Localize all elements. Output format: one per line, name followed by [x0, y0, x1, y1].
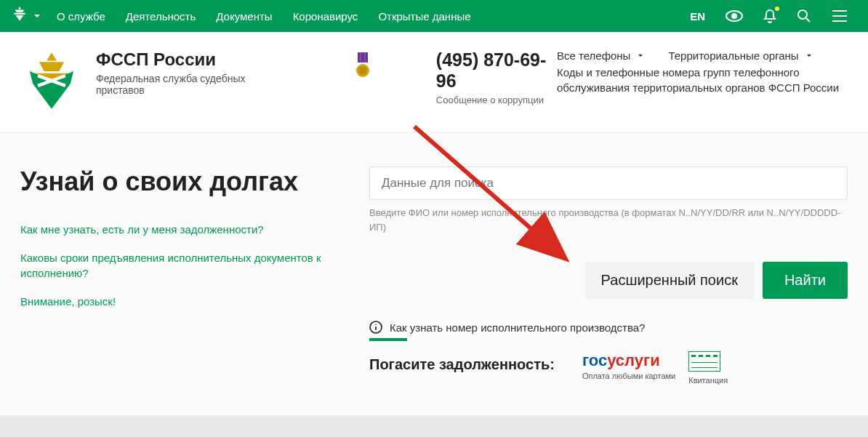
notification-dot: [775, 7, 779, 11]
header-description: Коды и телефонные номера групп телефонно…: [557, 65, 848, 95]
header-right-info: Все телефоны Территориальные органы Коды…: [557, 49, 848, 95]
info-icon: [369, 321, 382, 334]
chevron-down-icon[interactable]: [33, 12, 41, 20]
svg-point-1: [732, 14, 736, 18]
nav-documents[interactable]: Документы: [216, 10, 272, 23]
chevron-down-icon: [638, 53, 643, 59]
chevron-down-icon: [806, 53, 812, 59]
receipt-icon: [688, 351, 720, 372]
top-navigation: О службе Деятельность Документы Коронави…: [0, 0, 868, 32]
button-row: Расширенный поиск Найти: [369, 262, 848, 299]
medal-icon: [355, 52, 371, 81]
receipt-link[interactable]: Квитанция: [688, 351, 728, 385]
nav-about[interactable]: О службе: [57, 10, 105, 23]
search-hint: Введите ФИО или номер исполнительного пр…: [369, 206, 848, 234]
svg-point-2: [798, 10, 807, 19]
gosuslugi-part1: гос: [582, 351, 607, 369]
site-header: ФССП России Федеральная служба судебных …: [0, 32, 868, 133]
gosuslugi-sub: Оплата любыми картами: [582, 372, 675, 380]
accent-underline: [369, 338, 407, 341]
site-subtitle: Федеральная служба судебных приставов: [96, 73, 282, 96]
site-title: ФССП России: [96, 49, 282, 70]
find-button[interactable]: Найти: [763, 262, 848, 299]
phone-number[interactable]: (495) 870-69-96: [436, 49, 557, 92]
nav-opendata[interactable]: Открытые данные: [378, 10, 470, 23]
howto-row[interactable]: Как узнать номер исполнительного произво…: [369, 321, 848, 334]
receipt-sub: Квитанция: [688, 376, 728, 385]
faq-link-3[interactable]: Внимание, розыск!: [20, 294, 369, 309]
payment-row: Погасите задолженность: госуслуги Оплата…: [369, 351, 848, 385]
regional-dropdown[interactable]: Территориальные органы: [668, 49, 811, 62]
phone-block: (495) 870-69-96 Сообщение о коррупции: [436, 49, 557, 105]
topbar-right: EN: [690, 9, 848, 23]
main-content: Узнай о своих долгах Как мне узнать, ест…: [0, 133, 868, 414]
svg-rect-4: [360, 52, 361, 63]
phone-subtitle: Сообщение о коррупции: [436, 95, 557, 105]
gosuslugi-part2: услуги: [607, 351, 660, 369]
regional-label: Территориальные органы: [668, 49, 798, 62]
svg-rect-5: [364, 52, 366, 63]
all-phones-dropdown[interactable]: Все телефоны: [557, 49, 643, 62]
debts-heading: Узнай о своих долгах: [20, 167, 369, 197]
notifications-icon[interactable]: [763, 9, 776, 23]
menu-icon[interactable]: [832, 9, 848, 23]
pay-title: Погасите задолженность:: [369, 351, 555, 377]
all-phones-label: Все телефоны: [557, 49, 630, 62]
language-switch[interactable]: EN: [690, 10, 705, 23]
search-input[interactable]: [369, 167, 848, 200]
svg-point-7: [358, 66, 367, 75]
nav-coronavirus[interactable]: Коронавирус: [293, 10, 358, 23]
nav-activity[interactable]: Деятельность: [126, 10, 196, 23]
faq-link-2[interactable]: Каковы сроки предъявления исполнительных…: [20, 250, 369, 281]
site-title-block: ФССП России Федеральная служба судебных …: [96, 49, 282, 96]
gosuslugi-link[interactable]: госуслуги Оплата любыми картами: [582, 351, 675, 380]
advanced-search-button[interactable]: Расширенный поиск: [585, 262, 754, 299]
search-icon[interactable]: [797, 9, 811, 23]
faq-link-1[interactable]: Как мне узнать, есть ли у меня задолженн…: [20, 222, 369, 237]
main-nav: О службе Деятельность Документы Коронави…: [57, 10, 690, 23]
accessibility-icon[interactable]: [726, 10, 743, 22]
search-column: Введите ФИО или номер исполнительного пр…: [369, 167, 848, 385]
footer-spacer: [0, 415, 868, 437]
left-column: Узнай о своих долгах Как мне узнать, ест…: [20, 167, 369, 385]
site-logo-icon: [20, 49, 83, 115]
howto-text: Как узнать номер исполнительного произво…: [390, 321, 645, 334]
svg-rect-3: [358, 52, 368, 63]
emblem-icon: [10, 5, 29, 27]
